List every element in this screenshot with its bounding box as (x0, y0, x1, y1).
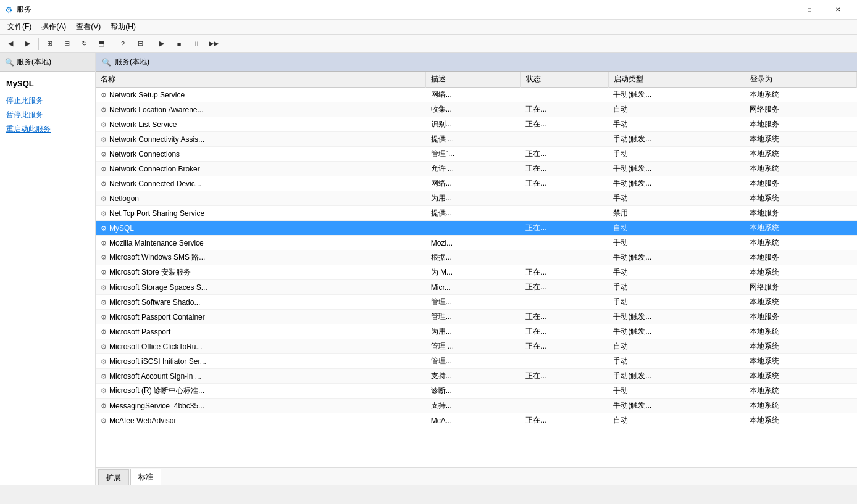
col-header-name[interactable]: 名称 (96, 72, 426, 88)
restart-button[interactable]: ▶▶ (206, 36, 222, 51)
show-console-button[interactable]: ⊞ (41, 36, 57, 51)
gear-icon: ⚙ (101, 225, 107, 232)
service-status-cell (520, 88, 608, 102)
service-startup-cell: 手动 (608, 236, 745, 250)
service-startup-cell: 手动 (608, 295, 745, 310)
table-row[interactable]: ⚙Microsoft Windows SMS 路...根据...手动(触发...… (96, 250, 857, 265)
service-name-cell: ⚙Microsoft Storage Spaces S... (96, 280, 426, 295)
close-button[interactable]: ✕ (824, 0, 852, 20)
service-status-cell: 正在... (520, 221, 608, 236)
service-startup-cell: 手动(触发... (608, 88, 745, 102)
services-list: 名称 描述 状态 启动类型 登录为 ⚙Network Setup Service… (96, 72, 857, 428)
table-row[interactable]: ⚙Microsoft Account Sign-in ...支持...正在...… (96, 369, 857, 384)
table-row[interactable]: ⚙Microsoft Store 安装服务为 M...正在...手动本地系统 (96, 265, 857, 280)
table-row[interactable]: ⚙MessagingService_4bbc35...支持...手动(触发...… (96, 399, 857, 413)
service-status-cell: 正在... (520, 413, 608, 428)
service-login-cell: 本地系统 (745, 132, 856, 147)
table-row[interactable]: ⚙Network List Service识别...正在...手动本地服务 (96, 117, 857, 132)
col-header-desc[interactable]: 描述 (426, 72, 521, 88)
table-row[interactable]: ⚙Microsoft (R) 诊断中心标准...诊断...手动本地系统 (96, 384, 857, 399)
properties-button[interactable]: ⊟ (132, 36, 148, 51)
service-login-cell: 本地系统 (745, 354, 856, 369)
content-panel: 🔍 服务(本地) 名称 描述 状态 启动类型 登录为 ⚙Network Setu… (96, 53, 857, 485)
table-row[interactable]: ⚙Network Connectivity Assis...提供 ...手动(触… (96, 132, 857, 147)
table-row[interactable]: ⚙Net.Tcp Port Sharing Service提供...禁用本地服务 (96, 206, 857, 221)
service-status-cell (520, 250, 608, 265)
gear-icon: ⚙ (101, 239, 107, 247)
minimize-button[interactable]: — (767, 0, 795, 20)
table-row[interactable]: ⚙Network Connection Broker允许 ...正在...手动(… (96, 162, 857, 176)
service-name-cell: ⚙Microsoft Windows SMS 路... (96, 250, 426, 265)
service-login-cell: 本地系统 (745, 324, 856, 339)
menu-file[interactable]: 文件(F) (2, 20, 36, 33)
pause-button[interactable]: ⏸ (188, 36, 204, 51)
table-row[interactable]: ⚙Network Location Awarene...收集...正在...自动… (96, 102, 857, 117)
toolbar: ◀ ▶ ⊞ ⊟ ↻ ⬒ ? ⊟ ▶ ■ ⏸ ▶▶ (0, 35, 857, 53)
service-login-cell: 本地服务 (745, 206, 856, 221)
service-login-cell: 本地系统 (745, 162, 856, 176)
col-header-login[interactable]: 登录为 (745, 72, 856, 88)
service-startup-cell: 手动 (608, 265, 745, 280)
service-desc-cell: 允许 ... (426, 162, 521, 176)
service-startup-cell: 自动 (608, 413, 745, 428)
gear-icon: ⚙ (101, 387, 107, 394)
help-button[interactable]: ? (115, 36, 131, 51)
service-login-cell: 本地系统 (745, 221, 856, 236)
content-header-text: 服务(本地) (115, 57, 149, 67)
stop-service-link[interactable]: 停止此服务 (6, 96, 89, 106)
table-row[interactable]: ⚙Netlogon为用...手动本地系统 (96, 191, 857, 206)
table-row[interactable]: ⚙MySQL正在...自动本地系统 (96, 221, 857, 236)
gear-icon: ⚙ (101, 254, 107, 261)
service-desc-cell: 识别... (426, 117, 521, 132)
service-desc-cell: Mozi... (426, 236, 521, 250)
menu-view[interactable]: 查看(V) (71, 20, 106, 33)
table-row[interactable]: ⚙Microsoft Software Shado...管理...手动本地系统 (96, 295, 857, 310)
gear-icon: ⚙ (101, 284, 107, 291)
col-header-status[interactable]: 状态 (520, 72, 608, 88)
service-name-cell: ⚙Microsoft Software Shado... (96, 295, 426, 310)
service-startup-cell: 手动(触发... (608, 324, 745, 339)
service-status-cell: 正在... (520, 162, 608, 176)
forward-button[interactable]: ▶ (20, 36, 36, 51)
service-table[interactable]: 名称 描述 状态 启动类型 登录为 ⚙Network Setup Service… (96, 72, 857, 467)
tab-extended[interactable]: 扩展 (98, 469, 129, 485)
gear-icon: ⚙ (101, 106, 107, 114)
col-header-startup[interactable]: 启动类型 (608, 72, 745, 88)
table-row[interactable]: ⚙Mozilla Maintenance ServiceMozi...手动本地系… (96, 236, 857, 250)
table-row[interactable]: ⚙Network Connected Devic...网络...正在...手动(… (96, 176, 857, 191)
service-desc-cell: 诊断... (426, 384, 521, 399)
table-row[interactable]: ⚙Microsoft Storage Spaces S...Micr...正在.… (96, 280, 857, 295)
table-row[interactable]: ⚙Microsoft Passport为用...正在...手动(触发...本地系… (96, 324, 857, 339)
tab-standard[interactable]: 标准 (130, 469, 161, 485)
bottom-tabs: 扩展 标准 (96, 467, 857, 485)
service-desc-cell: 提供 ... (426, 132, 521, 147)
restart-service-link[interactable]: 重启动此服务 (6, 124, 89, 134)
gear-icon: ⚙ (101, 299, 107, 306)
table-row[interactable]: ⚙Microsoft Office ClickToRu...管理 ...正在..… (96, 339, 857, 354)
table-row[interactable]: ⚙Network Setup Service网络...手动(触发...本地系统 (96, 88, 857, 102)
refresh-button[interactable]: ↻ (76, 36, 92, 51)
table-row[interactable]: ⚙McAfee WebAdvisorMcA...正在...自动本地系统 (96, 413, 857, 428)
table-row[interactable]: ⚙Microsoft iSCSI Initiator Ser...管理...手动… (96, 354, 857, 369)
start-button[interactable]: ▶ (154, 36, 170, 51)
table-row[interactable]: ⚙Microsoft Passport Container管理...正在...手… (96, 310, 857, 324)
service-startup-cell: 手动 (608, 147, 745, 162)
gear-icon: ⚙ (101, 195, 107, 202)
service-startup-cell: 手动(触发... (608, 132, 745, 147)
stop-button[interactable]: ■ (171, 36, 187, 51)
show-tree-button[interactable]: ⊟ (59, 36, 75, 51)
table-row[interactable]: ⚙Network Connections管理"...正在...手动本地系统 (96, 147, 857, 162)
export-button[interactable]: ⬒ (93, 36, 109, 51)
service-name-cell: ⚙Network Location Awarene... (96, 102, 426, 117)
pause-service-link[interactable]: 暂停此服务 (6, 110, 89, 120)
menu-action[interactable]: 操作(A) (36, 20, 71, 33)
menu-help[interactable]: 帮助(H) (106, 20, 141, 33)
back-button[interactable]: ◀ (2, 36, 19, 51)
gear-icon: ⚙ (101, 358, 107, 365)
service-startup-cell: 手动 (608, 117, 745, 132)
gear-icon: ⚙ (101, 121, 107, 128)
gear-icon: ⚙ (101, 373, 107, 380)
service-desc-cell: 网络... (426, 176, 521, 191)
service-desc-cell: 为用... (426, 324, 521, 339)
maximize-button[interactable]: □ (795, 0, 824, 20)
